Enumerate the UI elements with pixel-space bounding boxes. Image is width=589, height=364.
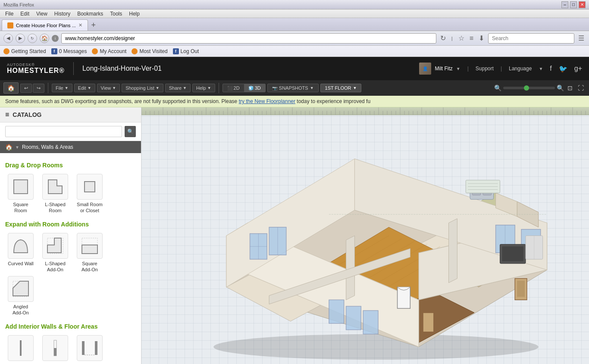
shopping-list-button[interactable]: Shopping List▼ — [122, 84, 163, 92]
item-wall-opening[interactable]: WallOpening — [74, 335, 105, 364]
item-half-wall[interactable]: Half Wall — [40, 335, 71, 364]
file-menu-button[interactable]: File▼ — [52, 84, 72, 92]
help-button[interactable]: Help▼ — [192, 84, 215, 92]
bookmark-my-account[interactable]: My Account — [92, 48, 126, 54]
l-shaped-room-label: L-ShapedRoom — [45, 201, 66, 214]
support-link[interactable]: Support — [476, 66, 494, 72]
bookmark-logout[interactable]: f Log Out — [173, 48, 199, 54]
menu-history[interactable]: History — [51, 10, 74, 18]
bookmark-messages[interactable]: f 0 Messages — [51, 48, 87, 54]
catalog-search: 🔍 — [0, 122, 141, 141]
facebook-icon: f — [51, 48, 57, 54]
bookmark-most-visited[interactable]: Most Visited — [132, 48, 167, 54]
small-room-icon — [77, 174, 103, 200]
user-avatar: 👤 — [419, 63, 431, 75]
url-input[interactable] — [61, 33, 436, 44]
security-icon: i — [52, 35, 59, 42]
fullscreen-button[interactable]: ⛶ — [576, 85, 586, 91]
search-input[interactable] — [488, 33, 574, 44]
bookmark-label: 0 Messages — [59, 48, 87, 54]
app-toolbar: 🏠 ↩ ↪ File▼ Edit▼ View▼ Shopping List▼ S… — [0, 80, 589, 96]
share-button[interactable]: Share▼ — [165, 84, 191, 92]
menu-view[interactable]: View — [33, 10, 51, 18]
close-button[interactable]: ✕ — [579, 1, 586, 8]
bookmark-star-icon[interactable]: ☆ — [457, 34, 466, 42]
new-tab-button[interactable]: + — [88, 19, 99, 31]
item-square-room[interactable]: SquareRoom — [5, 174, 36, 214]
breadcrumb-home-icon[interactable]: 🏠 — [5, 144, 13, 151]
square-room-label: SquareRoom — [13, 201, 28, 214]
refresh-icon[interactable]: ↻ — [439, 34, 447, 42]
logo-divider — [73, 62, 74, 75]
window-controls: – □ ✕ — [561, 1, 586, 8]
reader-icon[interactable]: ≡ — [468, 35, 475, 42]
menu-tools[interactable]: Tools — [107, 10, 125, 18]
svg-rect-12 — [82, 341, 85, 355]
gplus-social-icon[interactable]: g+ — [574, 65, 582, 72]
refresh-button[interactable]: ↻ — [28, 34, 37, 43]
menu-icon[interactable]: ☰ — [577, 34, 586, 42]
facebook-social-icon[interactable]: f — [550, 65, 551, 72]
view-3d-button[interactable]: 🧊 3D — [244, 84, 265, 92]
item-l-shaped-room[interactable]: L-ShapedRoom — [40, 174, 71, 214]
catalog-search-input[interactable] — [5, 126, 122, 137]
item-angled-addon[interactable]: AngledAdd-On — [5, 276, 36, 316]
menu-bookmarks[interactable]: Bookmarks — [74, 10, 107, 18]
notification-bar: Some features, such as DWG exporting and… — [0, 96, 589, 107]
square-addon-icon — [77, 233, 103, 259]
item-square-addon[interactable]: SquareAdd-On — [74, 233, 105, 273]
view-2d-button[interactable]: ⬛ 2D — [223, 84, 244, 92]
item-interior-wall[interactable]: InteriorWall — [5, 335, 36, 364]
zoom-slider[interactable] — [503, 87, 555, 89]
header-right: 👤 Milt Fitz ▼ | Support | Language ▼ f 🐦… — [419, 63, 582, 75]
svg-rect-6 — [82, 245, 97, 254]
user-info[interactable]: 👤 Milt Fitz ▼ — [419, 63, 460, 75]
item-small-room[interactable]: Small Roomor Closet — [74, 174, 105, 214]
menu-file[interactable]: File — [2, 10, 17, 18]
download-icon[interactable]: ⬇ — [477, 34, 486, 42]
fit-screen-button[interactable]: ⊡ — [566, 85, 574, 91]
undo-button[interactable]: ↩ — [20, 84, 32, 93]
drag-drop-items: SquareRoom L-ShapedRoom — [5, 174, 136, 214]
forward-button[interactable]: ▶ — [16, 34, 25, 43]
window-title: Mozilla Firefox — [3, 2, 34, 7]
svg-marker-4 — [47, 238, 61, 253]
catalog-search-button[interactable]: 🔍 — [125, 126, 136, 137]
snapshots-button[interactable]: 📷 SNAPSHOTS ▼ — [267, 84, 319, 92]
item-l-shaped-addon[interactable]: L-ShapedAdd-On — [40, 233, 71, 273]
floor-selector-button[interactable]: 1ST FLOOR ▼ — [320, 84, 362, 92]
square-addon-label: SquareAdd-On — [81, 260, 98, 273]
zoom-thumb[interactable] — [524, 85, 529, 91]
new-floorplanner-link[interactable]: try the New Floorplanner — [239, 98, 295, 104]
back-button[interactable]: ◀ — [3, 34, 13, 43]
home-tool-button[interactable]: 🏠 — [3, 82, 19, 94]
zoom-in-icon[interactable]: 🔍 — [557, 85, 564, 91]
undo-redo-group: ↩ ↪ — [20, 84, 44, 93]
menu-help[interactable]: Help — [125, 10, 143, 18]
twitter-social-icon[interactable]: 🐦 — [559, 65, 567, 73]
toolbar-separator-1 — [48, 83, 48, 93]
item-curved-wall[interactable]: Curved Wall — [5, 233, 36, 273]
home-button[interactable]: 🏠 — [40, 34, 49, 43]
zoom-out-icon[interactable]: 🔍 — [494, 85, 501, 91]
bookmark-getting-started[interactable]: Getting Started — [3, 48, 46, 54]
minimize-button[interactable]: – — [561, 1, 568, 8]
main-viewport[interactable]: // ruler ticks will be added via JS belo… — [141, 107, 589, 364]
tab-label: Create House Floor Plans ... — [16, 23, 76, 28]
edit-menu-button[interactable]: Edit▼ — [74, 84, 95, 92]
menu-edit[interactable]: Edit — [17, 10, 33, 18]
catalog-title: CATALOG — [13, 111, 41, 118]
svg-rect-44 — [329, 300, 344, 323]
svg-rect-9 — [20, 340, 22, 356]
redo-button[interactable]: ↪ — [33, 84, 44, 93]
maximize-button[interactable]: □ — [570, 1, 577, 8]
view-menu-button[interactable]: View▼ — [97, 84, 120, 92]
tab-favicon — [7, 22, 13, 28]
browser-tab-active[interactable]: Create House Floor Plans ... ✕ — [2, 19, 88, 31]
panel-header: ≡ CATALOG — [0, 107, 141, 122]
app-container: AUTODESK® HOMESTYLER® Long-Island-Home-V… — [0, 57, 589, 364]
language-link[interactable]: Language — [509, 66, 532, 72]
svg-rect-0 — [14, 180, 28, 194]
view-toggle: ⬛ 2D 🧊 3D — [222, 84, 266, 92]
tab-close-button[interactable]: ✕ — [78, 22, 82, 28]
